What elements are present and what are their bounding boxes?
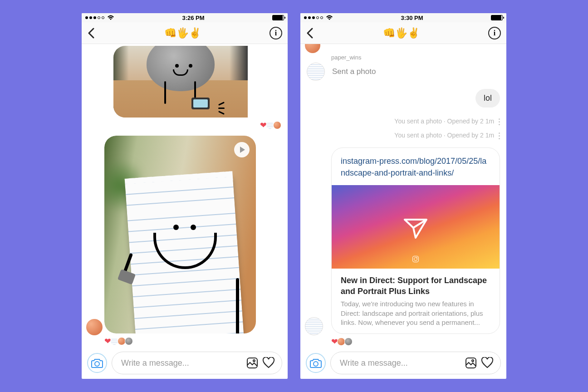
info-button[interactable]: i — [488, 27, 501, 39]
photo-status-line[interactable]: You sent a photo · Opened by 2 1m — [307, 118, 500, 125]
more-icon[interactable] — [499, 132, 500, 139]
chat-header: 👊🖐✌️ i — [82, 22, 288, 44]
sender-avatar[interactable] — [307, 63, 325, 81]
svg-point-3 — [314, 362, 318, 366]
link-preview-card[interactable]: instagram-press.com/blog/2017/05/25/land… — [331, 147, 500, 334]
link-title: New in Direct: Support for Landscape and… — [341, 275, 490, 297]
message-reactions[interactable]: ❤ — [331, 337, 500, 347]
chat-title[interactable]: 👊🖐✌️ — [164, 27, 201, 39]
heart-outline-icon — [262, 357, 275, 369]
wifi-icon — [326, 15, 333, 20]
photo-message-rock[interactable] — [113, 46, 281, 118]
gallery-icon — [246, 357, 258, 369]
sender-avatar[interactable] — [305, 44, 320, 53]
svg-point-0 — [95, 362, 99, 366]
wifi-icon — [107, 15, 114, 20]
back-button[interactable] — [87, 27, 95, 39]
svg-rect-1 — [247, 358, 257, 368]
status-bar: 3:26 PM — [82, 13, 288, 22]
message-composer — [300, 348, 506, 379]
more-icon[interactable] — [499, 118, 500, 125]
status-time: 3:30 PM — [401, 15, 423, 21]
info-button[interactable]: i — [270, 27, 282, 39]
gallery-icon — [465, 357, 477, 369]
reactor-avatar — [125, 337, 133, 345]
message-reactions[interactable]: ❤ — [104, 336, 281, 346]
sent-photo-label[interactable]: Sent a photo — [332, 67, 376, 76]
sender-avatar[interactable] — [86, 319, 103, 335]
message-thread[interactable]: paper_wins Sent a photo lol You sent a p… — [300, 44, 506, 348]
message-thread[interactable]: ❤ ❤ — [82, 44, 288, 348]
play-icon[interactable] — [234, 142, 250, 157]
reactor-avatar — [344, 338, 353, 346]
reactor-avatar — [273, 121, 281, 129]
direct-send-icon — [402, 213, 429, 240]
like-button[interactable] — [262, 356, 275, 370]
message-composer — [82, 348, 288, 379]
message-input[interactable] — [340, 358, 461, 368]
link-url[interactable]: instagram-press.com/blog/2017/05/25/land… — [332, 148, 500, 185]
gallery-button[interactable] — [245, 356, 259, 370]
photo-status-line[interactable]: You sent a photo · Opened by 2 1m — [307, 132, 500, 139]
status-bar: 3:30 PM — [300, 13, 506, 22]
chat-header: 👊🖐✌️ i — [300, 22, 506, 44]
message-input[interactable] — [121, 358, 243, 368]
camera-button[interactable] — [306, 353, 326, 373]
cellular-signal-icon — [85, 16, 104, 19]
gallery-button[interactable] — [464, 356, 478, 370]
status-time: 3:26 PM — [182, 15, 204, 21]
message-input-container — [330, 352, 501, 374]
link-hero-image — [332, 185, 500, 269]
phone-screenshot-left: 3:26 PM 👊🖐✌️ i — [82, 13, 288, 379]
camera-button[interactable] — [87, 353, 107, 373]
battery-icon — [272, 15, 284, 20]
chat-title[interactable]: 👊🖐✌️ — [383, 27, 420, 39]
outgoing-message-bubble[interactable]: lol — [475, 89, 500, 108]
heart-outline-icon — [481, 357, 494, 369]
message-reactions[interactable]: ❤ — [88, 120, 281, 130]
camera-icon — [91, 358, 103, 368]
phone-screenshot-right: 3:30 PM 👊🖐✌️ i paper_wins Sent a photo l… — [300, 13, 506, 379]
svg-point-2 — [253, 360, 255, 362]
camera-icon — [310, 358, 322, 368]
sender-avatar[interactable] — [305, 317, 323, 335]
like-button[interactable] — [480, 356, 494, 370]
message-text: lol — [484, 93, 492, 103]
svg-point-5 — [472, 360, 474, 362]
battery-icon — [491, 15, 503, 20]
link-description: Today, we're introducing two new feature… — [341, 299, 490, 327]
video-message-paper[interactable] — [104, 136, 281, 333]
instagram-logo-icon — [412, 256, 419, 262]
svg-rect-4 — [466, 358, 476, 368]
back-button[interactable] — [306, 27, 314, 39]
cellular-signal-icon — [304, 16, 323, 19]
message-input-container — [112, 352, 282, 374]
sender-username[interactable]: paper_wins — [331, 54, 500, 61]
